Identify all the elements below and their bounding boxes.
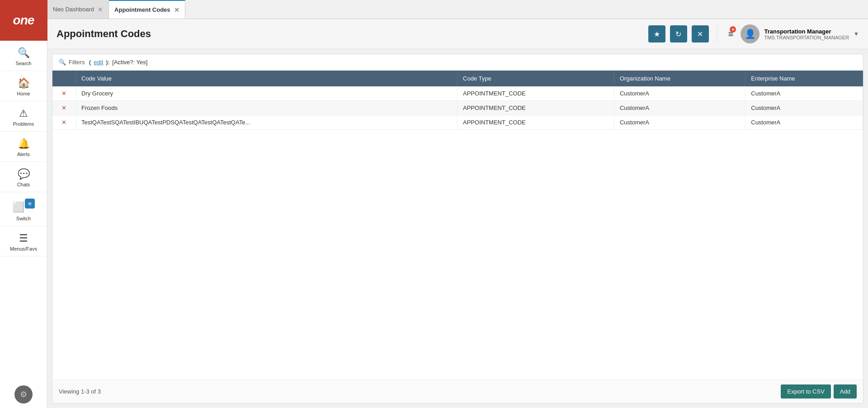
menus-icon: ☰ xyxy=(19,232,28,244)
filter-value: [Active?: Yes] xyxy=(112,59,147,66)
table-row: ✕ TestQATestSQATestIBUQATestPDSQATestQAT… xyxy=(52,115,863,130)
refresh-button[interactable]: ↻ xyxy=(670,25,687,43)
row-delete-cell: ✕ xyxy=(52,115,76,130)
delete-row-button[interactable]: ✕ xyxy=(58,119,70,126)
cell-code-type: APPOINTMENT_CODE xyxy=(458,86,614,101)
add-button[interactable]: Add xyxy=(834,384,857,399)
col-code-value: Code Value xyxy=(76,71,458,86)
viewing-text: Viewing 1-3 of 3 xyxy=(59,388,101,395)
chats-icon: 💬 xyxy=(18,168,30,180)
row-delete-cell: ✕ xyxy=(52,86,76,101)
header-menu-button[interactable]: ≡ ● xyxy=(726,26,736,42)
sidebar-bottom-icon[interactable]: ⚙ xyxy=(14,381,33,408)
cell-enterprise-name: CustomerA xyxy=(745,101,863,115)
alerts-icon: 🔔 xyxy=(18,138,30,150)
table-row: ✕ Frozen Foods APPOINTMENT_CODE Customer… xyxy=(52,101,863,115)
favorite-button[interactable]: ★ xyxy=(648,25,665,43)
col-actions xyxy=(52,71,76,86)
export-csv-button[interactable]: Export to CSV xyxy=(781,384,830,399)
cell-code-value: TestQATestSQATestIBUQATestPDSQATestQATes… xyxy=(76,115,458,130)
sidebar-label-search: Search xyxy=(16,61,32,66)
menu-badge: ● xyxy=(730,26,736,33)
tab-appointment-codes-label: Appointment Codes xyxy=(114,6,170,13)
sidebar-item-chats[interactable]: 💬 Chats xyxy=(0,162,47,192)
table-footer: Viewing 1-3 of 3 Export to CSV Add xyxy=(52,380,863,403)
sidebar-label-problems: Problems xyxy=(13,121,34,127)
cell-code-value: Frozen Foods xyxy=(76,101,458,115)
tab-bar: Neo Dashboard ✕ Appointment Codes ✕ xyxy=(47,0,868,19)
sidebar-label-menus: Menus/Favs xyxy=(10,246,37,251)
sidebar-item-home[interactable]: 🏠 Home xyxy=(0,71,47,101)
home-icon: 🏠 xyxy=(18,77,30,89)
user-info[interactable]: 👤 Transportation Manager TMS.TRANSPORTAT… xyxy=(741,24,859,43)
cell-code-type: APPOINTMENT_CODE xyxy=(458,101,614,115)
table-header: Code Value Code Type Organization Name E… xyxy=(52,71,863,86)
cell-org-name: CustomerA xyxy=(614,86,745,101)
sidebar-label-switch: Switch xyxy=(16,216,31,221)
cell-enterprise-name: CustomerA xyxy=(745,115,863,130)
sidebar-label-chats: Chats xyxy=(17,182,30,187)
switch-back-icon: ⬜ xyxy=(12,201,24,213)
avatar: 👤 xyxy=(741,24,760,43)
main-content: Neo Dashboard ✕ Appointment Codes ✕ Appo… xyxy=(47,0,868,408)
table-body: ✕ Dry Grocery APPOINTMENT_CODE CustomerA… xyxy=(52,86,863,130)
header-divider xyxy=(717,25,717,43)
sidebar-avatar: ⚙ xyxy=(14,385,33,403)
table-row: ✕ Dry Grocery APPOINTMENT_CODE CustomerA… xyxy=(52,86,863,101)
problems-icon: ⚠ xyxy=(19,108,28,119)
sidebar-label-home: Home xyxy=(17,91,30,96)
sidebar-item-search[interactable]: 🔍 Search xyxy=(0,41,47,71)
switch-icon-container: ⬜ ≡ xyxy=(12,199,35,214)
user-role: TMS.TRANSPORTATION_MANAGER xyxy=(764,35,849,40)
cell-code-value: Dry Grocery xyxy=(76,86,458,101)
cell-org-name: CustomerA xyxy=(614,101,745,115)
tab-neo-dashboard[interactable]: Neo Dashboard ✕ xyxy=(47,0,109,19)
filter-edit-link[interactable]: edit xyxy=(94,59,103,66)
close-button[interactable]: ✕ xyxy=(692,25,709,43)
delete-row-button[interactable]: ✕ xyxy=(58,90,70,97)
cell-code-type: APPOINTMENT_CODE xyxy=(458,115,614,130)
cell-enterprise-name: CustomerA xyxy=(745,86,863,101)
footer-buttons: Export to CSV Add xyxy=(781,384,857,399)
filter-label: Filters xyxy=(69,59,85,66)
sidebar-item-problems[interactable]: ⚠ Problems xyxy=(0,101,47,132)
page-header: Appointment Codes ★ ↻ ✕ ≡ ● 👤 Transporta… xyxy=(47,19,868,49)
page-title: Appointment Codes xyxy=(57,28,644,40)
app-logo[interactable]: one xyxy=(0,0,47,41)
user-name: Transportation Manager xyxy=(764,28,849,35)
row-delete-cell: ✕ xyxy=(52,101,76,115)
chevron-down-icon: ▼ xyxy=(854,31,859,37)
sidebar: one 🔍 Search 🏠 Home ⚠ Problems 🔔 Alerts … xyxy=(0,0,47,408)
sidebar-label-alerts: Alerts xyxy=(17,152,30,157)
delete-row-button[interactable]: ✕ xyxy=(58,104,70,111)
tab-appointment-codes-close[interactable]: ✕ xyxy=(174,7,179,13)
sidebar-item-switch[interactable]: ⬜ ≡ Switch xyxy=(0,192,47,226)
col-code-type: Code Type xyxy=(458,71,614,86)
col-enterprise-name: Enterprise Name xyxy=(745,71,863,86)
sidebar-item-alerts[interactable]: 🔔 Alerts xyxy=(0,132,47,162)
page-content: 🔍 Filters ( edit ): [Active?: Yes] Code … xyxy=(52,54,863,403)
filter-icon: 🔍 xyxy=(59,59,66,66)
search-icon: 🔍 xyxy=(18,47,30,59)
table-wrapper: Code Value Code Type Organization Name E… xyxy=(52,71,863,380)
filter-bar: 🔍 Filters ( edit ): [Active?: Yes] xyxy=(52,54,863,71)
data-table: Code Value Code Type Organization Name E… xyxy=(52,71,863,130)
col-org-name: Organization Name xyxy=(614,71,745,86)
sidebar-item-menus[interactable]: ☰ Menus/Favs xyxy=(0,226,47,256)
cell-org-name: CustomerA xyxy=(614,115,745,130)
switch-front-icon: ≡ xyxy=(25,199,35,209)
tab-neo-dashboard-close[interactable]: ✕ xyxy=(98,6,103,13)
tab-neo-dashboard-label: Neo Dashboard xyxy=(53,6,94,13)
tab-appointment-codes[interactable]: Appointment Codes ✕ xyxy=(109,0,185,19)
